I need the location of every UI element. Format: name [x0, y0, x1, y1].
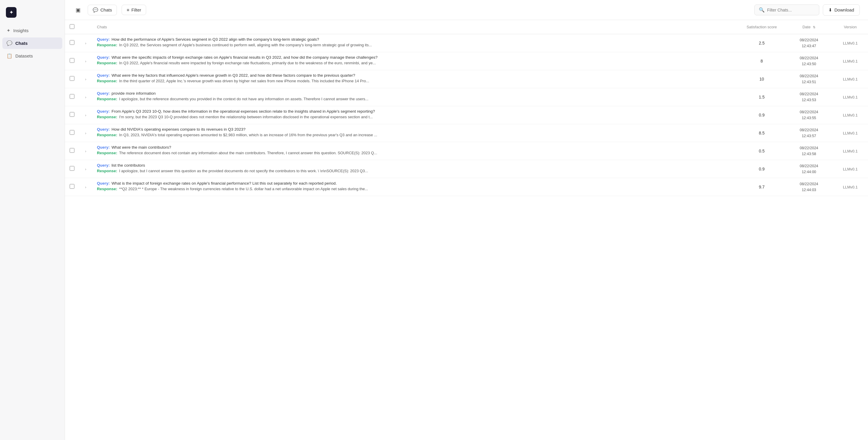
- date-sort-icon: ⇅: [813, 25, 815, 29]
- response-label: Response:: [97, 151, 117, 155]
- table-container: Chats Satisfaction score Date ⇅ Version: [65, 20, 868, 440]
- table-row: › Query: What were the specific impacts …: [65, 52, 868, 70]
- expand-button[interactable]: ›: [84, 58, 87, 64]
- row-expand-cell: ›: [79, 88, 92, 106]
- filter-button[interactable]: ≡ Filter: [122, 5, 146, 15]
- table-row: › Query: provide more information Respon…: [65, 88, 868, 106]
- response-label: Response:: [97, 43, 117, 47]
- row-checkbox[interactable]: [70, 184, 74, 189]
- topbar-right: 🔍 ⬇ Download: [754, 4, 860, 15]
- row-content-cell: Query: provide more information Response…: [92, 88, 738, 106]
- row-content-cell: Query: What were the specific impacts of…: [92, 52, 738, 70]
- row-content-cell: Query: How did NVIDIA's operating expens…: [92, 124, 738, 142]
- row-content-cell: Query: How did the performance of Apple'…: [92, 34, 738, 52]
- table-row: › Query: How did NVIDIA's operating expe…: [65, 124, 868, 142]
- response-text: In Q3 2022, Apple's financial results we…: [119, 61, 376, 65]
- th-date[interactable]: Date ⇅: [785, 20, 833, 34]
- toggle-sidebar-button[interactable]: ▣: [73, 6, 83, 14]
- score-cell: 0.9: [738, 160, 785, 178]
- search-input[interactable]: [767, 8, 815, 12]
- table-body: › Query: How did the performance of Appl…: [65, 34, 868, 196]
- topbar: ▣ 💬 Chats ≡ Filter 🔍 ⬇ Download: [65, 0, 868, 20]
- query-text: How did the performance of Apple's Servi…: [112, 37, 319, 42]
- date-cell: 08/22/2024 12:44:00: [785, 160, 833, 178]
- chats-table: Chats Satisfaction score Date ⇅ Version: [65, 20, 868, 196]
- row-content-cell: Query: From Apple's Q3 2023 10-Q, how do…: [92, 106, 738, 124]
- response-label: Response:: [97, 133, 117, 137]
- version-cell: LLMv0.1: [833, 160, 868, 178]
- sidebar-item-insights-label: Insights: [13, 28, 29, 33]
- row-expand-cell: ›: [79, 52, 92, 70]
- response-label: Response:: [97, 115, 117, 119]
- query-text: What were the main contributors?: [112, 145, 171, 149]
- sidebar-item-datasets[interactable]: 📋 Datasets: [2, 50, 62, 62]
- row-checkbox[interactable]: [70, 112, 74, 117]
- row-checkbox-cell: [65, 142, 79, 160]
- query-row: Query: provide more information: [97, 91, 733, 96]
- sidebar-logo: ✦: [0, 5, 65, 25]
- row-checkbox-cell: [65, 88, 79, 106]
- chats-tab-icon: 💬: [93, 7, 98, 13]
- query-label: Query:: [97, 37, 110, 42]
- score-cell: 0.5: [738, 142, 785, 160]
- chats-icon: 💬: [6, 40, 12, 46]
- row-checkbox[interactable]: [70, 94, 74, 99]
- row-checkbox-cell: [65, 52, 79, 70]
- sidebar-item-chats[interactable]: 💬 Chats: [2, 37, 62, 49]
- version-cell: LLMv0.1: [833, 34, 868, 52]
- expand-button[interactable]: ›: [84, 148, 87, 154]
- response-row: Response: In Q3 2022, the Services segme…: [97, 43, 733, 47]
- th-checkbox: [65, 20, 79, 34]
- query-label: Query:: [97, 163, 110, 168]
- download-button[interactable]: ⬇ Download: [823, 4, 860, 15]
- query-label: Query:: [97, 127, 110, 132]
- chats-tab-button[interactable]: 💬 Chats: [88, 5, 117, 15]
- expand-button[interactable]: ›: [84, 166, 87, 172]
- expand-button[interactable]: ›: [84, 94, 87, 100]
- table-row: › Query: What is the impact of foreign e…: [65, 178, 868, 196]
- row-checkbox[interactable]: [70, 130, 74, 135]
- version-cell: LLMv0.1: [833, 52, 868, 70]
- query-row: Query: How did NVIDIA's operating expens…: [97, 127, 733, 132]
- response-row: Response: I'm sorry, but the 2023 Q3 10-…: [97, 115, 733, 119]
- response-label: Response:: [97, 187, 117, 191]
- expand-button[interactable]: ›: [84, 184, 87, 190]
- score-cell: 0.9: [738, 106, 785, 124]
- response-row: Response: I apologize, but I cannot answ…: [97, 169, 733, 173]
- table-row: › Query: What were the key factors that …: [65, 70, 868, 88]
- response-text: **Q2 2023:** * Europe - The weakness in …: [119, 187, 368, 191]
- response-row: Response: In Q3 2022, Apple's financial …: [97, 61, 733, 65]
- date-cell: 08/22/2024 12:44:03: [785, 178, 833, 196]
- row-checkbox[interactable]: [70, 148, 74, 153]
- table-header-row: Chats Satisfaction score Date ⇅ Version: [65, 20, 868, 34]
- datasets-icon: 📋: [6, 53, 12, 59]
- row-checkbox[interactable]: [70, 76, 74, 81]
- response-text: In Q3 2022, the Services segment of Appl…: [119, 43, 372, 47]
- score-cell: 1.5: [738, 88, 785, 106]
- row-checkbox[interactable]: [70, 40, 74, 45]
- sidebar: ✦ ✦ Insights 💬 Chats 📋 Datasets: [0, 0, 65, 440]
- row-checkbox[interactable]: [70, 166, 74, 171]
- expand-button[interactable]: ›: [84, 76, 87, 82]
- response-text: In Q3, 2023, NVIDIA's total operating ex…: [119, 133, 377, 137]
- select-all-checkbox[interactable]: [70, 24, 74, 29]
- expand-button[interactable]: ›: [84, 130, 87, 136]
- insights-icon: ✦: [6, 28, 10, 33]
- row-checkbox[interactable]: [70, 58, 74, 63]
- response-label: Response:: [97, 169, 117, 173]
- version-cell: LLMv0.1: [833, 142, 868, 160]
- expand-button[interactable]: ›: [84, 112, 87, 118]
- query-row: Query: How did the performance of Apple'…: [97, 37, 733, 42]
- row-expand-cell: ›: [79, 34, 92, 52]
- app-logo-icon: ✦: [6, 7, 17, 18]
- sidebar-item-datasets-label: Datasets: [16, 54, 33, 58]
- sidebar-nav: ✦ Insights 💬 Chats 📋 Datasets: [0, 25, 65, 62]
- query-row: Query: What is the impact of foreign exc…: [97, 181, 733, 185]
- query-label: Query:: [97, 109, 110, 113]
- expand-button[interactable]: ›: [84, 40, 87, 46]
- sidebar-item-insights[interactable]: ✦ Insights: [2, 25, 62, 36]
- th-score[interactable]: Satisfaction score: [738, 20, 785, 34]
- query-row: Query: list the contributors: [97, 163, 733, 168]
- th-expand: [79, 20, 92, 34]
- response-row: Response: In the third quarter of 2022, …: [97, 79, 733, 83]
